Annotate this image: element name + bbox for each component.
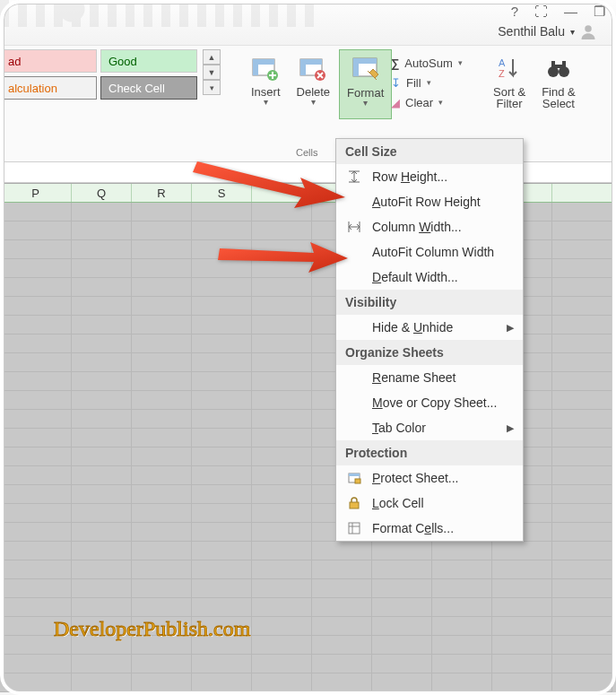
grid-row[interactable] (0, 579, 616, 598)
cell[interactable] (552, 617, 612, 636)
cell[interactable] (552, 429, 612, 447)
grid-row[interactable] (0, 598, 616, 617)
cell[interactable] (552, 410, 612, 429)
cell[interactable] (492, 598, 552, 617)
cell[interactable] (72, 504, 132, 523)
menu-tab-color[interactable]: Tab Color ▶ (336, 415, 523, 440)
cell[interactable] (0, 203, 72, 222)
gallery-scroll[interactable]: ▲ ▼ ▾ (203, 49, 221, 100)
grid-row[interactable] (0, 560, 616, 579)
help-icon[interactable]: ? (511, 4, 518, 20)
cell[interactable] (192, 560, 252, 579)
cell[interactable] (192, 353, 252, 372)
find-select-button[interactable]: Find & Select (534, 49, 583, 119)
cell[interactable] (72, 429, 132, 447)
cell[interactable] (72, 259, 132, 278)
cell[interactable] (372, 579, 432, 598)
cell[interactable] (132, 523, 192, 542)
cell[interactable] (552, 353, 612, 372)
cell[interactable] (72, 655, 132, 673)
cell[interactable] (552, 203, 612, 222)
cell[interactable] (0, 560, 72, 579)
gallery-down-icon[interactable]: ▼ (203, 65, 221, 80)
cell[interactable] (72, 447, 132, 466)
menu-autofit-column-width[interactable]: AutoFit Column Width (336, 239, 523, 265)
cell[interactable] (132, 372, 192, 391)
cell[interactable] (192, 466, 252, 485)
cell[interactable] (252, 636, 312, 655)
cell[interactable] (252, 579, 312, 598)
cell[interactable] (132, 316, 192, 334)
menu-autofit-row-height[interactable]: AutoFit Row Height (336, 189, 523, 214)
cell[interactable] (552, 504, 612, 523)
cell[interactable] (72, 391, 132, 410)
cell[interactable] (252, 410, 312, 429)
cell[interactable] (432, 655, 492, 673)
cell[interactable] (552, 466, 612, 485)
cell[interactable] (552, 222, 612, 240)
cell[interactable] (192, 334, 252, 353)
col-head[interactable]: R (132, 184, 192, 202)
cell[interactable] (72, 598, 132, 617)
cell[interactable] (0, 504, 72, 523)
cell[interactable] (312, 655, 372, 673)
cell[interactable] (72, 542, 132, 560)
cell[interactable] (252, 673, 312, 692)
cell[interactable] (132, 579, 192, 598)
cell[interactable] (552, 485, 612, 504)
cell[interactable] (132, 240, 192, 259)
menu-lock-cell[interactable]: Lock Cell (336, 491, 523, 516)
grid-row[interactable] (0, 542, 616, 560)
cell[interactable] (0, 466, 72, 485)
cell[interactable] (492, 673, 552, 692)
cell[interactable] (252, 523, 312, 542)
cell[interactable] (552, 673, 612, 692)
cell[interactable] (72, 560, 132, 579)
cell[interactable] (132, 447, 192, 466)
cell[interactable] (192, 485, 252, 504)
cell[interactable] (132, 504, 192, 523)
cell[interactable] (0, 334, 72, 353)
cell[interactable] (312, 617, 372, 636)
cell-styles-gallery[interactable]: ad alculation Good Check Cell ▲ ▼ ▾ (0, 49, 221, 100)
cell[interactable] (372, 673, 432, 692)
cell[interactable] (552, 372, 612, 391)
cell[interactable] (192, 504, 252, 523)
style-check-cell[interactable]: Check Cell (100, 76, 197, 100)
cell[interactable] (252, 504, 312, 523)
cell[interactable] (252, 429, 312, 447)
cell[interactable] (132, 542, 192, 560)
cell[interactable] (552, 334, 612, 353)
cell[interactable] (72, 240, 132, 259)
cell[interactable] (192, 542, 252, 560)
insert-button[interactable]: Insert ▾ (244, 49, 288, 119)
cell[interactable] (312, 636, 372, 655)
cell[interactable] (0, 278, 72, 297)
col-head[interactable]: P (0, 184, 72, 202)
menu-hide-unhide[interactable]: Hide & Unhide ▶ (336, 315, 523, 340)
cell[interactable] (552, 560, 612, 579)
cell[interactable] (132, 410, 192, 429)
cell[interactable] (72, 203, 132, 222)
cell[interactable] (492, 560, 552, 579)
cell[interactable] (552, 447, 612, 466)
cell[interactable] (132, 485, 192, 504)
cell[interactable] (72, 222, 132, 240)
cell[interactable] (0, 240, 72, 259)
cell[interactable] (552, 240, 612, 259)
gallery-up-icon[interactable]: ▲ (203, 49, 221, 65)
cell[interactable] (192, 673, 252, 692)
style-good[interactable]: Good (100, 49, 197, 73)
cell[interactable] (252, 297, 312, 316)
cell[interactable] (132, 391, 192, 410)
cell[interactable] (492, 542, 552, 560)
cell[interactable] (0, 222, 72, 240)
cell[interactable] (0, 259, 72, 278)
minimize-icon[interactable]: — (564, 4, 577, 20)
cell[interactable] (0, 353, 72, 372)
cell[interactable] (312, 579, 372, 598)
style-bad[interactable]: ad (0, 49, 97, 73)
cell[interactable] (192, 297, 252, 316)
cell[interactable] (192, 655, 252, 673)
cell[interactable] (192, 316, 252, 334)
